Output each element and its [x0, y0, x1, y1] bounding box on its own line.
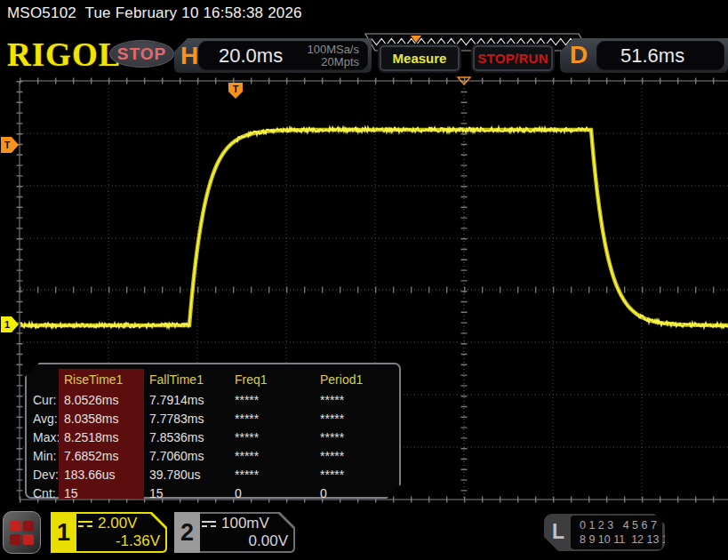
- channel1-badge[interactable]: 1 2.00V -1.36V: [51, 512, 167, 553]
- measurement-cell: *****: [315, 465, 399, 484]
- measurement-cell: 7.7914ms: [144, 390, 229, 409]
- measurement-cell: *****: [315, 409, 399, 428]
- model-name: MSO5102: [7, 4, 76, 21]
- logic-row-8-15: 8 9 10 11 12 13 14 15: [580, 532, 662, 547]
- menu-square-icon: [23, 534, 34, 545]
- channel1-scale: 2.00V: [98, 515, 137, 532]
- menu-square-icon: [10, 521, 20, 532]
- measurement-cell: *****: [229, 390, 315, 409]
- channel2-offset: 0.00V: [202, 532, 288, 550]
- menu-grid-icon: [10, 521, 34, 545]
- measurement-cell: 8.0526ms: [59, 390, 144, 409]
- status-bar: MSO5102 Tue February 10 16:58:38 2026: [7, 4, 302, 24]
- menu-square-icon: [23, 521, 34, 532]
- stop-run-button[interactable]: STOP/RUN: [473, 45, 553, 71]
- measurement-column-header: FallTime1: [144, 369, 229, 390]
- delay-panel: 51.6ms: [596, 41, 724, 70]
- logic-label: L: [552, 520, 564, 544]
- dc-coupling-icon: [202, 521, 216, 527]
- oscilloscope-screen: MSO5102 Tue February 10 16:58:38 2026 TT…: [0, 0, 728, 560]
- svg-text:T: T: [4, 140, 11, 150]
- svg-text:T: T: [233, 84, 239, 94]
- horizontal-timebase-block[interactable]: H 20.0ms 100MSa/s 20Mpts: [174, 38, 372, 73]
- logic-panel: 0 1 2 3 4 5 6 7 8 9 10 11 12 13 14 15: [571, 516, 662, 549]
- measurement-cell: *****: [315, 446, 399, 465]
- measurement-cell: *****: [229, 409, 315, 428]
- measurement-cell: *****: [229, 428, 315, 446]
- channel2-scale: 100mV: [221, 515, 269, 532]
- measurement-cell: 7.6852ms: [59, 446, 144, 465]
- measurement-corner: [27, 369, 59, 390]
- measurement-row-label: Avg:: [27, 409, 59, 428]
- measurement-cell: 0: [229, 484, 315, 502]
- channel1-info: 2.00V -1.36V: [78, 514, 160, 551]
- delay-label: D: [570, 41, 588, 69]
- measurement-cell: 39.780us: [144, 465, 229, 484]
- channel1-number: 1: [51, 512, 76, 553]
- delay-block[interactable]: D 51.6ms: [560, 38, 728, 73]
- measurement-cell: 7.8536ms: [144, 428, 229, 446]
- measurement-cell: 7.7783ms: [144, 409, 229, 428]
- measurement-column-header: RiseTime1: [59, 369, 144, 390]
- measurement-cell: 15: [59, 484, 144, 502]
- measurement-cell: 15: [144, 484, 229, 502]
- timebase-value: 20.0ms: [199, 44, 283, 68]
- measurement-cell: 8.0358ms: [59, 409, 144, 428]
- logic-channels-badge[interactable]: L 0 1 2 3 4 5 6 7 8 9 10 11 12 13 14 15: [544, 514, 665, 551]
- measurement-column-header: Period1: [315, 369, 399, 390]
- measurement-row-label: Cur:: [27, 390, 59, 409]
- measurement-row-label: Min:: [27, 446, 59, 465]
- channel1-offset: -1.36V: [78, 532, 160, 550]
- run-state-badge: STOP: [109, 40, 174, 68]
- measurement-cell: *****: [315, 390, 399, 409]
- acquisition-info: 100MSa/s 20Mpts: [307, 44, 367, 68]
- datetime: Tue February 10 16:58:38 2026: [76, 4, 302, 21]
- measurement-table: RiseTime1FallTime1Freq1Period1Cur:8.0526…: [25, 363, 401, 499]
- channel2-info: 100mV 0.00V: [202, 514, 288, 551]
- measurement-row-label: Cnt:: [27, 484, 59, 502]
- logic-row-0-7: 0 1 2 3 4 5 6 7: [580, 518, 662, 532]
- measurement-row-label: Max:: [27, 428, 59, 446]
- measurement-cell: *****: [315, 428, 399, 446]
- channel2-number: 2: [174, 512, 200, 553]
- sample-rate: 100MSa/s: [307, 43, 359, 56]
- memory-depth: 20Mpts: [321, 55, 359, 68]
- timebase-panel: 20.0ms 100MSa/s 20Mpts: [198, 41, 368, 70]
- rigol-logo: RIGOL: [7, 36, 121, 74]
- delay-value: 51.6ms: [597, 44, 684, 68]
- measurement-cell: 8.2518ms: [59, 428, 144, 446]
- measurement-cell: 0: [315, 484, 399, 502]
- measurement-cell: 7.7060ms: [144, 446, 229, 465]
- menu-square-icon: [10, 534, 20, 545]
- menu-button[interactable]: [3, 511, 41, 554]
- horizontal-label: H: [180, 42, 198, 70]
- measurement-cell: *****: [229, 446, 315, 465]
- measurement-column-header: Freq1: [229, 369, 315, 390]
- channel2-badge[interactable]: 2 100mV 0.00V: [174, 512, 295, 553]
- measurement-cell: *****: [229, 465, 315, 484]
- dc-coupling-icon: [78, 521, 92, 527]
- measurement-cell: 183.66us: [59, 465, 144, 484]
- measure-button[interactable]: Measure: [380, 45, 460, 71]
- svg-text:1: 1: [4, 319, 10, 330]
- measurement-row-label: Dev:: [27, 465, 59, 484]
